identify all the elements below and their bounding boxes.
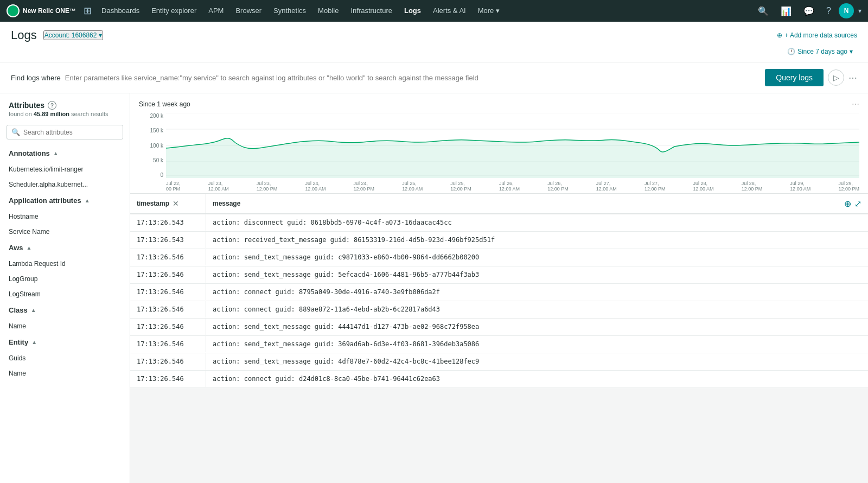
table-row[interactable]: 17:13:26.543 action: received_text_messa… xyxy=(130,232,868,249)
table-row[interactable]: 17:13:26.546 action: send_text_message g… xyxy=(130,353,868,371)
list-item[interactable]: Scheduler.alpha.kubernet... ⋯ xyxy=(0,177,130,192)
table-body: 17:13:26.543 action: disconnect guid: 06… xyxy=(130,214,868,388)
cell-timestamp: 17:13:26.543 xyxy=(130,214,206,231)
table-row[interactable]: 17:13:26.546 action: send_text_message g… xyxy=(130,249,868,266)
table-row[interactable]: 17:13:26.546 action: send_text_message g… xyxy=(130,266,868,284)
list-item[interactable]: Service Name ⋯ xyxy=(0,224,130,239)
nav-apm[interactable]: APM xyxy=(204,0,228,22)
cell-message: action: connect guid: d24d01c8-8ca0-45be… xyxy=(206,371,868,387)
section-aws[interactable]: Aws ▲ xyxy=(0,239,130,256)
table-row[interactable]: 17:13:26.543 action: disconnect guid: 06… xyxy=(130,214,868,232)
nav-more[interactable]: More ▾ xyxy=(474,0,504,22)
nav-alerts-ai[interactable]: Alerts & AI xyxy=(429,0,470,22)
annotations-chevron-up: ▲ xyxy=(53,150,59,156)
chart-panel: Since 1 week ago ⋯ 200 k 150 k 100 k 50 … xyxy=(130,93,868,194)
logo[interactable]: New Relic ONE™ xyxy=(7,4,76,17)
add-column-button[interactable]: ⊕ xyxy=(844,199,851,209)
cell-timestamp: 17:13:26.546 xyxy=(130,319,206,335)
time-selector[interactable]: 🕐 Since 7 days ago ▾ xyxy=(783,46,857,58)
chart-options[interactable]: ⋯ xyxy=(852,100,859,109)
add-datasource-button[interactable]: ⊕ + Add more data sources xyxy=(777,31,857,39)
list-item[interactable]: Guids ⋯ xyxy=(0,351,130,366)
grid-icon[interactable]: ⊞ xyxy=(84,5,92,17)
application-attributes-chevron: ▲ xyxy=(85,198,90,204)
table-row[interactable]: 17:13:26.546 action: connect guid: d24d0… xyxy=(130,371,868,388)
help-icon[interactable]: ? xyxy=(822,6,835,16)
search-icon[interactable]: 🔍 xyxy=(754,6,773,16)
user-avatar[interactable]: N xyxy=(839,3,854,18)
table-row[interactable]: 17:13:26.546 action: connect guid: 8795a… xyxy=(130,284,868,301)
section-annotations[interactable]: Annotations ▲ xyxy=(0,145,130,162)
table-row[interactable]: 17:13:26.546 action: send_text_message g… xyxy=(130,336,868,353)
chart-since-label: Since 1 week ago xyxy=(139,100,190,108)
page-title: Logs xyxy=(11,28,37,42)
sidebar-search-icon: 🔍 xyxy=(11,128,20,136)
cell-message: action: send_text_message guid: 5efcacd4… xyxy=(206,266,868,283)
cell-timestamp: 17:13:26.546 xyxy=(130,249,206,265)
time-icon: 🕐 xyxy=(787,48,795,55)
nav-infrastructure[interactable]: Infrastructure xyxy=(346,0,397,22)
table-row[interactable]: 17:13:26.546 action: connect guid: 889ae… xyxy=(130,301,868,319)
list-item[interactable]: Lambda Request Id ⋯ xyxy=(0,256,130,271)
section-entity[interactable]: Entity ▲ xyxy=(0,334,130,351)
user-menu-chevron[interactable]: ▾ xyxy=(858,7,861,15)
chart-area: 200 k 150 k 100 k 50 k 0 xyxy=(166,113,859,189)
nav-dashboards[interactable]: Dashboards xyxy=(97,0,144,22)
search-bar: Find logs where Query logs ▷ ⋯ xyxy=(0,62,868,93)
nav-entity-explorer[interactable]: Entity explorer xyxy=(147,0,201,22)
brand-name: New Relic ONE™ xyxy=(23,7,76,15)
add-datasource-label: + Add more data sources xyxy=(784,31,857,39)
main-content: Since 1 week ago ⋯ 200 k 150 k 100 k 50 … xyxy=(130,93,868,483)
query-logs-button[interactable]: Query logs xyxy=(765,69,824,86)
sidebar-help-icon[interactable]: ? xyxy=(48,101,56,110)
list-item[interactable]: Hostname ⋯ xyxy=(0,209,130,224)
cell-timestamp: 17:13:26.546 xyxy=(130,353,206,370)
sidebar-search-input[interactable] xyxy=(23,129,118,136)
attributes-sidebar: Attributes ? found on 45.89 million sear… xyxy=(0,93,130,483)
search-input[interactable] xyxy=(65,74,761,82)
cell-message: action: connect guid: 8795a049-30de-4916… xyxy=(206,284,868,300)
remove-timestamp-col-button[interactable]: ✕ xyxy=(173,199,179,208)
nav-mobile[interactable]: Mobile xyxy=(314,0,343,22)
expand-table-button[interactable]: ⤢ xyxy=(854,199,861,209)
section-class[interactable]: Class ▲ xyxy=(0,302,130,319)
cell-timestamp: 17:13:26.546 xyxy=(130,284,206,300)
table-row[interactable]: 17:13:26.546 action: send_text_message g… xyxy=(130,319,868,336)
sidebar-title-text: Attributes xyxy=(9,101,44,110)
application-attributes-label: Application attributes xyxy=(9,196,81,205)
chart-icon[interactable]: 📊 xyxy=(776,6,796,16)
annotations-label: Annotations xyxy=(9,149,50,157)
list-item[interactable]: LogStream ⋯ xyxy=(0,287,130,302)
entity-label: Entity xyxy=(9,338,28,346)
chart-y-labels: 200 k 150 k 100 k 50 k 0 xyxy=(139,113,163,178)
time-chevron: ▾ xyxy=(850,48,853,55)
aws-chevron: ▲ xyxy=(27,245,32,251)
list-item[interactable]: Kubernetes.io/limit-ranger ⋯ xyxy=(0,162,130,177)
class-label: Class xyxy=(9,306,28,314)
aws-label: Aws xyxy=(9,244,23,252)
cell-message: action: received_text_message guid: 8615… xyxy=(206,232,868,248)
page-header: Logs Account: 1606862 ▾ ⊕ + Add more dat… xyxy=(0,22,868,62)
col-timestamp: timestamp ✕ xyxy=(130,194,206,213)
account-selector[interactable]: Account: 1606862 ▾ xyxy=(43,30,104,40)
logs-table: timestamp ✕ message ⊕ ⤢ 17:13:26.543 act… xyxy=(130,194,868,388)
play-button[interactable]: ▷ xyxy=(828,69,844,86)
cell-message: action: connect guid: 889ae872-11a6-4ebd… xyxy=(206,301,868,317)
nav-browser[interactable]: Browser xyxy=(231,0,266,22)
section-application-attributes[interactable]: Application attributes ▲ xyxy=(0,192,130,209)
cell-message: action: send_text_message guid: 4df878e7… xyxy=(206,353,868,370)
col-message: message xyxy=(206,194,844,213)
time-label: Since 7 days ago xyxy=(797,48,847,55)
cell-timestamp: 17:13:26.546 xyxy=(130,266,206,283)
message-icon[interactable]: 💬 xyxy=(799,6,819,16)
more-options-button[interactable]: ⋯ xyxy=(848,73,857,83)
nav-logs[interactable]: Logs xyxy=(400,0,425,22)
chart-svg xyxy=(166,113,859,178)
class-chevron: ▲ xyxy=(31,307,36,313)
chart-x-labels: Jul 22,00 PM Jul 23,12:00 AM Jul 23,12:0… xyxy=(166,181,859,192)
nav-synthetics[interactable]: Synthetics xyxy=(269,0,310,22)
list-item[interactable]: LogGroup ⋯ xyxy=(0,271,130,287)
list-item[interactable]: Name ⋯ xyxy=(0,366,130,381)
list-item[interactable]: Name ⋯ xyxy=(0,319,130,334)
account-chevron: ▾ xyxy=(99,31,102,39)
